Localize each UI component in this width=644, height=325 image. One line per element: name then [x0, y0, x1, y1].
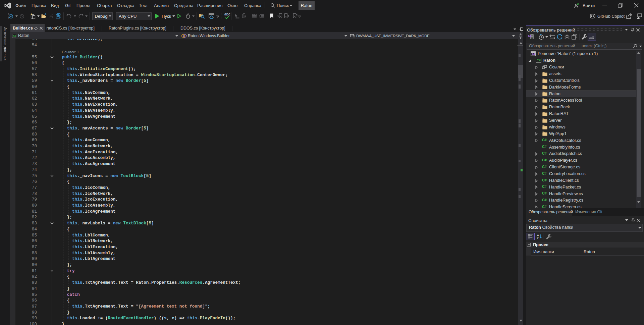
svg-text:Z: Z — [537, 237, 539, 239]
svg-text:A: A — [537, 234, 539, 237]
